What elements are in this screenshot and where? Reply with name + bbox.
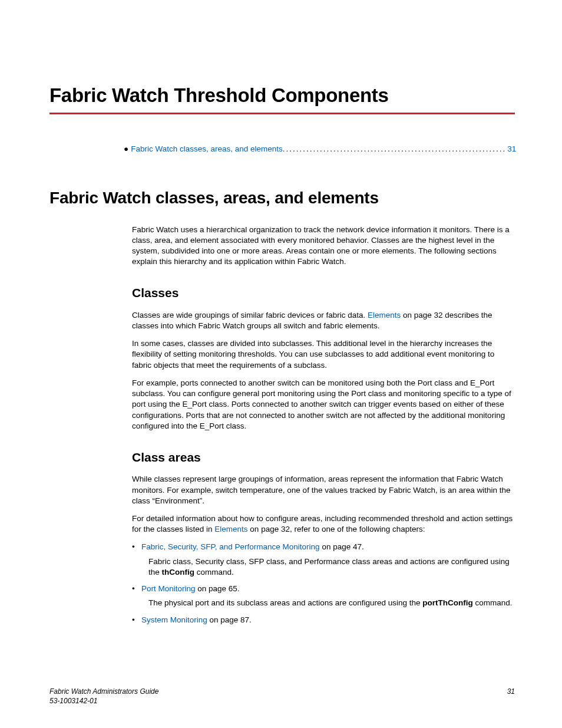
text: command. <box>194 568 234 577</box>
subsection-heading-classes: Classes <box>132 285 515 301</box>
footer-page-number: 31 <box>507 687 515 706</box>
section-body: Fabric Watch uses a hierarchical organiz… <box>132 225 515 625</box>
section-heading: Fabric Watch classes, areas, and element… <box>49 187 515 209</box>
bullet-icon: ● <box>124 144 128 154</box>
classes-para-1: Classes are wide groupings of similar fa… <box>132 310 515 331</box>
subsection-heading-class-areas: Class areas <box>132 449 515 466</box>
list-item: Fabric, Security, SFP, and Performance M… <box>132 542 515 578</box>
command-thconfig: thConfig <box>162 568 194 577</box>
classes-para-3: For example, ports connected to another … <box>132 378 515 431</box>
link-elements[interactable]: Elements <box>368 311 401 319</box>
command-portthconfig: portThConfig <box>422 598 472 607</box>
list-item: Port Monitoring on page 65. The physical… <box>132 584 515 608</box>
text: Classes are wide groupings of similar fa… <box>132 311 368 319</box>
list-item: System Monitoring on page 87. <box>132 615 515 625</box>
document-page: Fabric Watch Threshold Components ● Fabr… <box>0 0 562 728</box>
chapter-title: Fabric Watch Threshold Components <box>49 83 515 109</box>
text: on page 47. <box>320 542 364 551</box>
footer-doc-number: 53-1003142-01 <box>49 696 158 706</box>
text: on page 87. <box>207 615 252 624</box>
link-port-monitoring[interactable]: Port Monitoring <box>141 584 196 593</box>
text: on page 32, refer to one of the followin… <box>248 525 425 533</box>
toc-leader-dots: ........................................… <box>283 144 507 154</box>
toc-link[interactable]: Fabric Watch classes, areas, and element… <box>131 144 283 154</box>
link-elements-2[interactable]: Elements <box>214 525 247 533</box>
class-areas-para-1: While classes represent large groupings … <box>132 474 515 506</box>
text: on page 65. <box>196 584 240 593</box>
mini-toc-entry: ● Fabric Watch classes, areas, and eleme… <box>124 144 515 154</box>
link-fabric-security-sfp[interactable]: Fabric, Security, SFP, and Performance M… <box>141 542 320 551</box>
chapter-list: Fabric, Security, SFP, and Performance M… <box>132 542 515 625</box>
text: command. <box>473 598 513 607</box>
page-footer: Fabric Watch Administrators Guide 53-100… <box>49 687 515 706</box>
footer-left: Fabric Watch Administrators Guide 53-100… <box>49 687 158 706</box>
chapter-rule <box>49 113 515 114</box>
class-areas-para-2: For detailed information about how to co… <box>132 513 515 535</box>
toc-page-number[interactable]: 31 <box>507 144 516 154</box>
list-item-body: The physical port and its subclass areas… <box>148 598 515 608</box>
list-item-body: Fabric class, Security class, SFP class,… <box>148 556 515 578</box>
text: The physical port and its subclass areas… <box>148 598 422 607</box>
classes-para-2: In some cases, classes are divided into … <box>132 338 515 371</box>
footer-doc-title: Fabric Watch Administrators Guide <box>49 687 158 696</box>
link-system-monitoring[interactable]: System Monitoring <box>141 615 207 624</box>
intro-paragraph: Fabric Watch uses a hierarchical organiz… <box>132 225 515 268</box>
